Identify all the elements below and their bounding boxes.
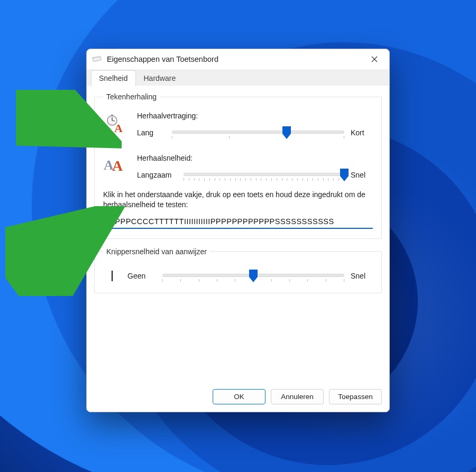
titlebar[interactable]: Eigenschappen van Toetsenbord (87, 49, 389, 69)
group-tekenherhaling: Tekenherhaling A (94, 92, 382, 239)
group-legend: Knippersnelheid van aanwijzer (103, 247, 210, 256)
row-repeat-delay: A Herhaalvertraging: Lang (103, 112, 373, 140)
group-legend: Tekenherhaling (103, 92, 160, 101)
tab-content: Tekenherhaling A (87, 86, 389, 383)
repeat-rate-min: Langzaam (137, 171, 177, 179)
apply-button[interactable]: Toepassen (329, 389, 382, 404)
close-button[interactable] (363, 51, 386, 67)
svg-text:A: A (112, 158, 123, 174)
repeat-delay-slider[interactable] (172, 125, 344, 140)
test-instructions: Klik in het onderstaande vakje, druk op … (103, 190, 373, 210)
tabstrip: Snelheid Hardware (87, 69, 389, 86)
keyboard-icon (92, 55, 102, 63)
repeat-test-input[interactable] (103, 215, 373, 229)
repeat-delay-max: Kort (351, 128, 373, 137)
row-repeat-rate: A A Herhaalsnelheid: Langzaam (103, 154, 373, 182)
svg-rect-1 (111, 115, 113, 116)
repeat-rate-label: Herhaalsnelheid: (137, 154, 373, 162)
cursor-blink-preview (103, 271, 121, 281)
repeat-rate-slider[interactable] (184, 168, 344, 182)
repeat-delay-min: Lang (137, 128, 166, 137)
dialog-title: Eigenschappen van Toetsenbord (107, 55, 363, 63)
double-letter-icon: A A (104, 156, 127, 175)
blink-max: Snel (351, 272, 373, 280)
repeat-delay-label: Herhaalvertraging: (137, 112, 373, 120)
cancel-button[interactable]: Annuleren (271, 389, 324, 404)
repeat-rate-max: Snel (351, 171, 373, 179)
desktop-wallpaper: Eigenschappen van Toetsenbord Snelheid H… (0, 0, 476, 472)
tab-snelheid[interactable]: Snelheid (91, 70, 136, 86)
keyboard-properties-dialog: Eigenschappen van Toetsenbord Snelheid H… (86, 49, 390, 412)
blink-min: Geen (127, 272, 156, 280)
svg-text:A: A (114, 122, 123, 135)
ok-button[interactable]: OK (213, 389, 266, 404)
tab-hardware[interactable]: Hardware (136, 70, 184, 86)
blink-rate-slider[interactable] (162, 269, 344, 283)
group-blink-rate: Knippersnelheid van aanwijzer Geen Snel (94, 247, 382, 293)
close-icon (371, 56, 378, 62)
stopwatch-letter-icon: A (105, 114, 126, 136)
dialog-footer: OK Annuleren Toepassen (87, 383, 389, 412)
